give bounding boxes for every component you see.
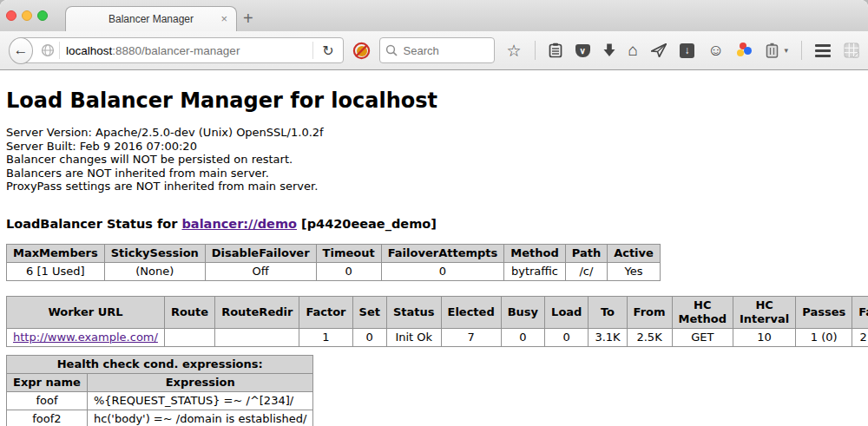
pages-grid-icon[interactable] bbox=[844, 43, 859, 58]
worker-url-link[interactable]: http://www.example.com/ bbox=[13, 331, 158, 344]
cell-stickysession: (None) bbox=[104, 262, 205, 280]
search-input[interactable] bbox=[402, 43, 489, 58]
url-divider bbox=[59, 42, 60, 59]
home-icon[interactable]: ⌂ bbox=[628, 41, 638, 60]
col-timeout: Timeout bbox=[316, 244, 381, 262]
table-row: 6 [1 Used] (None) Off 0 0 bytraffic /c/ … bbox=[7, 262, 661, 280]
col-routeredir: RouteRedir bbox=[215, 296, 299, 328]
url-host: localhost bbox=[66, 44, 112, 57]
browser-window: Balancer Manager × + ← localhost:8880/ba… bbox=[0, 0, 868, 426]
col-factor: Factor bbox=[299, 296, 352, 328]
col-method: Method bbox=[504, 244, 565, 262]
cell-factor: 1 bbox=[299, 328, 352, 346]
balancer-demo-link[interactable]: balancer://demo bbox=[181, 217, 297, 231]
minimize-window-button[interactable] bbox=[22, 10, 32, 21]
chevron-down-icon[interactable]: ▾ bbox=[784, 46, 788, 55]
cell-fails: 2 (0) bbox=[852, 328, 868, 346]
back-button[interactable]: ← bbox=[9, 37, 33, 64]
cell-expr-name: foof bbox=[7, 391, 88, 410]
tab-close-icon[interactable]: × bbox=[220, 12, 227, 25]
inherit-note-line: Balancers are NOT inherited from main se… bbox=[6, 167, 862, 180]
table-header-row: MaxMembers StickySession DisableFailover… bbox=[7, 244, 661, 262]
cell-hc-interval: 10 bbox=[733, 328, 795, 346]
cell-active: Yes bbox=[608, 262, 661, 280]
col-hc-method: HC Method bbox=[672, 296, 733, 328]
table-row: foof %{REQUEST_STATUS} =~ /^[234]/ bbox=[7, 391, 313, 410]
pocket-chevron: ∨ bbox=[579, 46, 585, 56]
emoji-extension-icon[interactable]: ☺ bbox=[707, 41, 724, 60]
toolbar-divider bbox=[801, 41, 802, 60]
col-route: Route bbox=[164, 296, 214, 328]
cell-path: /c/ bbox=[565, 262, 607, 280]
status-suffix: [p4420eeae_demo] bbox=[297, 217, 437, 231]
menu-hamburger-icon[interactable] bbox=[815, 44, 831, 57]
cell-expression: hc('body') =~ /domain is established/ bbox=[87, 410, 313, 426]
nav-toolbar: ← localhost:8880/balancer-manager ↻ ☆ bbox=[0, 31, 868, 70]
new-tab-button[interactable]: + bbox=[243, 7, 253, 29]
cell-disablefailover: Off bbox=[205, 262, 316, 280]
col-path: Path bbox=[565, 244, 607, 262]
server-built-line: Server Built: Feb 9 2016 07:00:20 bbox=[6, 140, 862, 154]
health-check-title: Health check cond. expressions: bbox=[7, 355, 313, 373]
cell-hc-method: GET bbox=[672, 328, 733, 346]
proxypass-note-line: ProxyPass settings are NOT inherited fro… bbox=[6, 180, 862, 193]
col-expression: Expression bbox=[87, 373, 313, 391]
toolbar-icons: ☆ ∨ ⌂ ↓ ☺ ▾ bbox=[507, 41, 859, 61]
table-title-row: Health check cond. expressions: bbox=[7, 355, 313, 373]
content-blocked-icon[interactable] bbox=[352, 42, 371, 60]
bookmark-star-icon[interactable]: ☆ bbox=[507, 41, 522, 61]
cell-expression: %{REQUEST_STATUS} =~ /^[234]/ bbox=[87, 391, 313, 410]
col-elected: Elected bbox=[441, 296, 501, 328]
cell-timeout: 0 bbox=[316, 262, 381, 280]
window-controls bbox=[6, 10, 48, 21]
table-row: foof2 hc('body') =~ /domain is establish… bbox=[7, 410, 313, 426]
cell-worker-url: http://www.example.com/ bbox=[7, 328, 165, 346]
zoom-window-button[interactable] bbox=[37, 10, 48, 21]
cell-passes: 1 (0) bbox=[796, 328, 852, 346]
cell-from: 2.5K bbox=[627, 328, 672, 346]
col-active: Active bbox=[608, 244, 661, 262]
search-icon bbox=[385, 44, 398, 56]
bookmarks-clipboard-icon[interactable] bbox=[549, 43, 562, 58]
url-input[interactable]: localhost:8880/balancer-manager ↻ bbox=[19, 37, 344, 63]
pocket-icon[interactable]: ∨ bbox=[575, 44, 590, 57]
page-title: Load Balancer Manager for localhost bbox=[6, 88, 862, 113]
col-stickysession: StickySession bbox=[104, 244, 205, 262]
url-path: :8880/balancer-manager bbox=[112, 44, 240, 57]
extension-download-icon[interactable]: ↓ bbox=[680, 43, 694, 58]
search-box[interactable] bbox=[379, 37, 495, 63]
worker-row: http://www.example.com/ 1 0 Init Ok 7 0 … bbox=[7, 328, 868, 346]
cell-to: 3.1K bbox=[589, 328, 627, 346]
persist-note-line: Balancer changes will NOT be persisted o… bbox=[6, 153, 862, 167]
col-hc-interval: HC Interval bbox=[733, 296, 795, 328]
cell-failoverattempts: 0 bbox=[381, 262, 504, 280]
container-extension-icon[interactable] bbox=[766, 43, 779, 58]
close-window-button[interactable] bbox=[6, 10, 16, 21]
col-passes: Passes bbox=[796, 296, 852, 328]
tab-balancer-manager[interactable]: Balancer Manager × bbox=[65, 6, 237, 31]
cell-set: 0 bbox=[352, 328, 386, 346]
toolbar-divider bbox=[535, 41, 536, 60]
worker-table: Worker URL Route RouteRedir Factor Set S… bbox=[6, 296, 868, 347]
loadbalancer-status-heading: LoadBalancer Status for balancer://demo … bbox=[6, 217, 862, 231]
cell-route bbox=[164, 328, 214, 346]
extension-download-arrow: ↓ bbox=[685, 44, 690, 56]
send-plane-icon[interactable] bbox=[651, 43, 667, 57]
server-info: Server Version: Apache/2.5.0-dev (Unix) … bbox=[6, 126, 862, 193]
col-worker-url: Worker URL bbox=[7, 296, 165, 328]
reload-icon[interactable]: ↻ bbox=[313, 43, 342, 59]
col-busy: Busy bbox=[501, 296, 544, 328]
col-load: Load bbox=[545, 296, 589, 328]
cell-elected: 7 bbox=[441, 328, 501, 346]
downloads-icon[interactable] bbox=[603, 43, 615, 57]
health-check-table: Health check cond. expressions: Expr nam… bbox=[6, 355, 313, 426]
cell-routeredir bbox=[215, 328, 299, 346]
col-status: Status bbox=[386, 296, 441, 328]
colored-dots-extension-icon[interactable] bbox=[737, 43, 753, 58]
col-disablefailover: DisableFailover bbox=[205, 244, 316, 262]
globe-icon bbox=[41, 43, 55, 57]
cell-method: bytraffic bbox=[504, 262, 565, 280]
cell-maxmembers: 6 [1 Used] bbox=[7, 262, 105, 280]
col-to: To bbox=[589, 296, 627, 328]
titlebar: Balancer Manager × + bbox=[0, 0, 868, 31]
